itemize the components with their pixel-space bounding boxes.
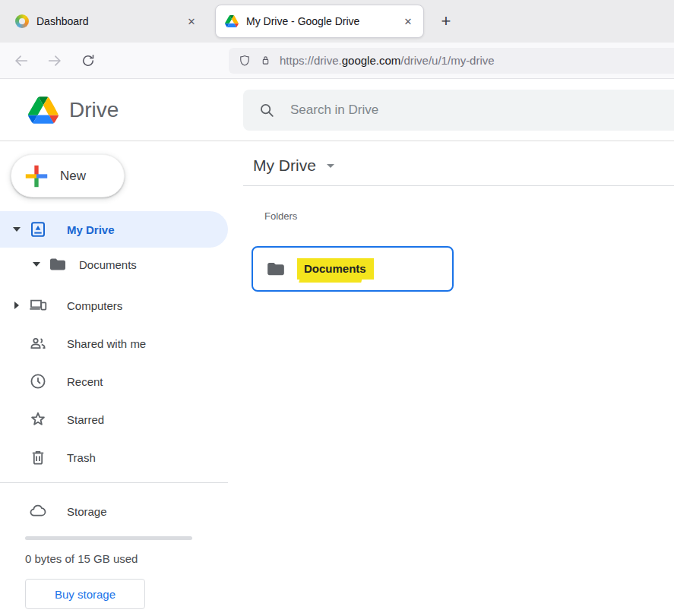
sidebar-item-computers[interactable]: Computers — [0, 286, 228, 324]
sidebar-item-label: Documents — [79, 258, 137, 271]
url-path: /drive/u/1/my-drive — [400, 54, 494, 67]
tab-title: My Drive - Google Drive — [246, 15, 391, 27]
new-tab-icon[interactable]: + — [434, 9, 458, 33]
browser-toolbar: https://drive.google.com/drive/u/1/my-dr… — [0, 43, 674, 79]
close-icon[interactable]: ✕ — [182, 12, 201, 30]
storage-usage-text: 0 bytes of 15 GB used — [25, 552, 228, 565]
sidebar-item-recent[interactable]: Recent — [0, 362, 228, 400]
sidebar-item-trash[interactable]: Trash — [0, 438, 228, 476]
close-icon[interactable]: ✕ — [399, 12, 417, 30]
sidebar-item-label: My Drive — [67, 223, 115, 236]
tab-my-drive[interactable]: My Drive - Google Drive ✕ — [215, 5, 424, 38]
app-name: Drive — [69, 98, 119, 122]
search-bar[interactable] — [243, 90, 674, 131]
shield-icon — [238, 54, 252, 68]
main-content: My Drive Folders Documents — [228, 141, 674, 616]
trash-icon — [29, 448, 47, 466]
caret-down-icon — [13, 227, 21, 232]
star-icon — [29, 410, 47, 428]
caret-down-icon[interactable] — [327, 164, 334, 168]
cloud-icon — [29, 502, 47, 520]
sidebar-item-label: Storage — [67, 505, 107, 518]
sidebar: New My Drive Documents Computers — [0, 141, 228, 616]
forward-icon[interactable] — [43, 49, 67, 73]
storage-progress-bar — [25, 536, 192, 540]
sidebar-item-storage[interactable]: Storage — [0, 492, 228, 530]
spiral-icon — [15, 14, 29, 28]
folders-section-label: Folders — [264, 210, 674, 222]
page-title[interactable]: My Drive — [253, 156, 316, 175]
lock-icon — [259, 54, 272, 67]
sidebar-item-starred[interactable]: Starred — [0, 400, 228, 438]
browser-tab-bar: Dashboard ✕ My Drive - Google Drive ✕ + — [0, 0, 674, 43]
drive-logo-icon — [28, 96, 59, 124]
buy-storage-label: Buy storage — [55, 588, 115, 601]
url-text: https://drive.google.com/drive/u/1/my-dr… — [280, 54, 495, 68]
shared-icon — [29, 334, 47, 352]
new-button-label: New — [60, 169, 86, 184]
main-divider — [243, 185, 674, 186]
my-drive-icon — [29, 220, 47, 239]
clock-icon — [29, 372, 47, 390]
url-bar[interactable]: https://drive.google.com/drive/u/1/my-dr… — [229, 48, 674, 74]
buy-storage-button[interactable]: Buy storage — [25, 579, 145, 609]
sidebar-item-label: Computers — [67, 299, 122, 312]
caret-down-icon — [33, 262, 40, 267]
url-domain: google.com — [342, 54, 401, 67]
folder-name: Documents — [304, 262, 366, 275]
sidebar-item-label: Trash — [67, 451, 96, 464]
new-button[interactable]: New — [11, 154, 125, 197]
back-icon[interactable] — [9, 49, 33, 73]
search-input[interactable] — [290, 103, 674, 118]
tab-dashboard[interactable]: Dashboard ✕ — [6, 5, 207, 38]
computers-icon — [29, 296, 47, 314]
sidebar-item-label: Shared with me — [67, 337, 146, 350]
reload-icon[interactable] — [76, 49, 100, 73]
sidebar-item-documents[interactable]: Documents — [0, 248, 228, 281]
expand-toggle[interactable] — [9, 302, 24, 309]
folder-name-highlight: Documents — [297, 262, 374, 276]
breadcrumb: My Drive — [253, 156, 674, 175]
drive-logo-area[interactable]: Drive — [0, 96, 243, 124]
url-prefix: https://drive. — [280, 54, 342, 67]
sidebar-item-label: Starred — [67, 413, 104, 426]
folder-icon — [266, 259, 286, 279]
sidebar-divider — [0, 482, 228, 483]
drive-logo-icon — [225, 15, 239, 27]
drive-header: Drive — [0, 79, 674, 141]
tab-title: Dashboard — [36, 15, 175, 27]
sidebar-item-label: Recent — [67, 375, 103, 388]
folder-card-documents[interactable]: Documents — [252, 246, 454, 292]
search-icon — [258, 102, 275, 118]
sidebar-item-shared-with-me[interactable]: Shared with me — [0, 324, 228, 362]
caret-right-icon — [14, 302, 19, 309]
sidebar-item-my-drive[interactable]: My Drive — [0, 211, 228, 248]
folder-icon — [49, 255, 67, 273]
expand-toggle[interactable] — [29, 262, 44, 267]
plus-multicolor-icon — [24, 164, 49, 188]
expand-toggle[interactable] — [9, 227, 24, 232]
